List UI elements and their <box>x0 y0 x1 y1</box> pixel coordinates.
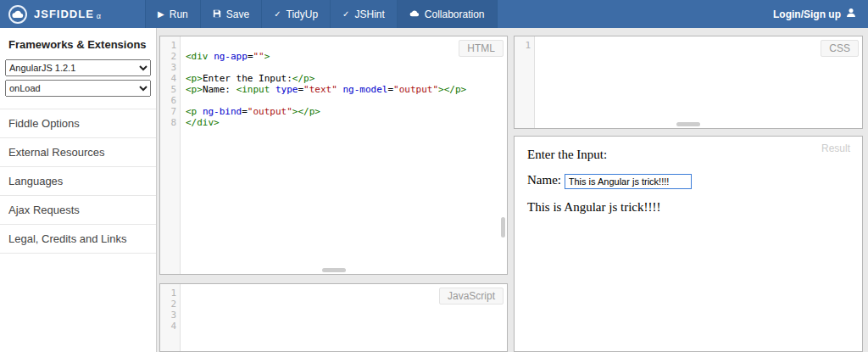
collaboration-button[interactable]: Collaboration <box>397 0 498 28</box>
left-sidebar: Frameworks & Extensions AngularJS 1.2.1 … <box>0 28 157 352</box>
run-icon: ▶ <box>158 10 164 19</box>
result-name-label: Name: <box>527 173 565 187</box>
css-code-area[interactable] <box>535 36 862 128</box>
login-signup-button[interactable]: Login/Sign up <box>773 8 868 20</box>
onload-select[interactable]: onLoad <box>5 80 151 97</box>
frameworks-heading: Frameworks & Extensions <box>0 28 156 58</box>
html-vertical-scrollbar[interactable] <box>501 217 505 237</box>
brand-title: JSFIDDLE <box>34 8 94 20</box>
html-horizontal-scrollbar[interactable] <box>322 268 346 272</box>
sidebar-menu: Fiddle Options External Resources Langua… <box>0 109 156 254</box>
jshint-button[interactable]: ✓ JSHint <box>330 0 397 28</box>
login-label: Login/Sign up <box>773 8 841 20</box>
result-bound-output: This is Angular js trick!!!! <box>527 200 849 215</box>
html-code-area[interactable]: <div ng-app=""><p>Enter the Input:</p><p… <box>181 36 507 274</box>
sidebar-item-ajax-requests[interactable]: Ajax Requests <box>0 196 156 225</box>
jshint-check-icon: ✓ <box>342 10 349 19</box>
html-code-editor[interactable]: 12345678 <div ng-app=""><p>Enter the Inp… <box>160 36 507 274</box>
sidebar-item-legal-credits[interactable]: Legal, Credits and Links <box>0 225 156 254</box>
html-editor-panel: HTML 12345678 <div ng-app=""><p>Enter th… <box>159 36 508 275</box>
save-label: Save <box>226 8 249 20</box>
javascript-line-gutter: 1234 <box>160 284 181 351</box>
brand-alpha-suffix: α <box>97 12 101 20</box>
css-line-gutter: 1 <box>515 36 535 128</box>
result-panel: Result Enter the Input: Name: This is An… <box>514 136 863 352</box>
jshint-label: JSHint <box>354 8 384 20</box>
result-name-input[interactable] <box>565 174 692 189</box>
save-button[interactable]: Save <box>200 0 261 28</box>
tidyup-check-icon: ✓ <box>274 10 281 19</box>
html-panel-label: HTML <box>459 40 504 57</box>
framework-select[interactable]: AngularJS 1.2.1 <box>5 59 151 76</box>
result-name-row: Name: <box>527 173 849 189</box>
sidebar-item-fiddle-options[interactable]: Fiddle Options <box>0 109 156 138</box>
sidebar-item-languages[interactable]: Languages <box>0 167 156 196</box>
javascript-panel-label: JavaScript <box>439 288 504 305</box>
collaboration-label: Collaboration <box>425 8 485 20</box>
result-output-frame: Enter the Input: Name: This is Angular j… <box>515 137 862 237</box>
toolbar-button-group: ▶ Run Save ✓ TidyUp ✓ JSHint <box>145 0 498 28</box>
html-line-gutter: 12345678 <box>160 36 181 274</box>
user-icon <box>846 8 856 20</box>
tidyup-label: TidyUp <box>287 8 319 20</box>
result-panel-label: Result <box>813 140 859 157</box>
css-code-editor[interactable]: 1 <box>515 36 862 128</box>
save-icon <box>213 9 221 20</box>
cloud-logo-icon <box>8 5 27 24</box>
css-horizontal-scrollbar[interactable] <box>676 122 700 126</box>
javascript-editor-panel: JavaScript 1234 <box>159 283 508 352</box>
run-button[interactable]: ▶ Run <box>145 0 200 28</box>
jsfiddle-logo[interactable]: JSFIDDLE α <box>0 5 101 24</box>
tidyup-button[interactable]: ✓ TidyUp <box>261 0 330 28</box>
run-label: Run <box>170 8 188 20</box>
css-panel-label: CSS <box>821 40 859 57</box>
sidebar-item-external-resources[interactable]: External Resources <box>0 138 156 167</box>
collaboration-cloud-icon <box>409 9 420 19</box>
result-prompt-text: Enter the Input: <box>527 148 849 162</box>
css-editor-panel: CSS 1 <box>514 36 863 129</box>
top-navbar: JSFIDDLE α ▶ Run Save ✓ TidyUp ✓ JSHint <box>0 0 868 28</box>
